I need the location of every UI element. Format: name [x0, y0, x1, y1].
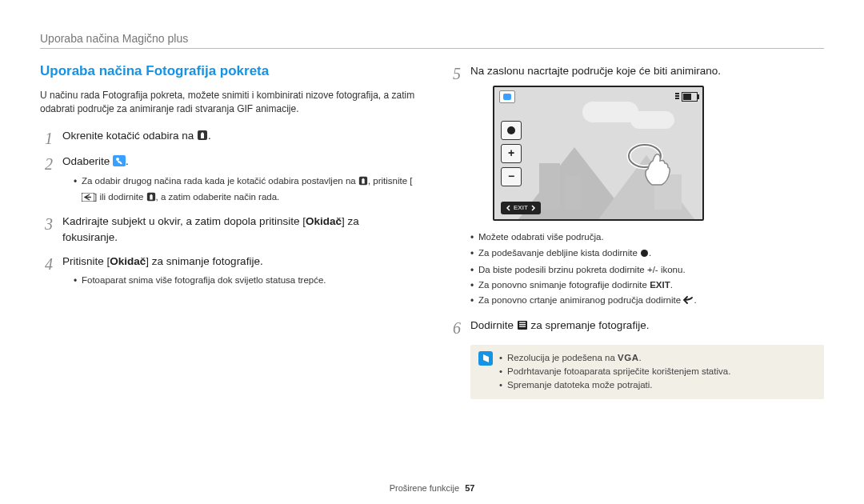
mode-dial-icon-small [358, 176, 368, 190]
building-shape [565, 176, 581, 210]
section-title: Uporaba načina Fotografija pokreta [40, 63, 416, 79]
tip-3: Spremanje datoteka može potrajati. [499, 378, 730, 392]
exit-label: EXIT [514, 203, 528, 213]
svg-point-3 [116, 158, 119, 161]
step-4-sub: Fotoaparat snima više fotografija dok sv… [74, 274, 416, 287]
screen-topbar [499, 90, 698, 103]
svg-rect-14 [519, 324, 526, 325]
shutter-bold-2: Okidač [110, 255, 146, 267]
tip-1: Rezolucija je podešena na VGA. [499, 351, 730, 365]
step-1-suffix: . [208, 130, 211, 142]
plus-button[interactable]: + [501, 144, 522, 163]
step-1: Okrenite kotačić odabira na . [40, 128, 416, 146]
svg-rect-15 [519, 326, 526, 326]
header-rule [40, 48, 824, 49]
columns: Uporaba načina Fotografija pokreta U nač… [40, 63, 824, 399]
step-6: Dodirnite za spremanje fotografije. [448, 318, 824, 335]
step-2-sublist: Za odabir drugog načina rada kada je kot… [62, 173, 416, 206]
vga-bold: VGA [618, 353, 638, 362]
tip-2: Podrhtavanje fotoaparata spriječite kori… [499, 365, 730, 378]
mode-dial-icon-small-2 [146, 192, 156, 206]
brush-size-controls: + − [501, 121, 522, 186]
step-3: Kadrirajte subjekt u okvir, a zatim dopo… [40, 214, 416, 246]
step-5-sub-2: Za podešavanje debljine kista dodirnite … [470, 246, 824, 262]
step-list-left: Okrenite kotačić odabira na . Odaberite … [40, 128, 416, 287]
save-icon [517, 319, 528, 335]
tip-list: Rezolucija je podešena na VGA. Podrhtava… [499, 351, 730, 393]
footer-section: Proširene funkcije [390, 483, 459, 493]
page-footer: Proširene funkcije 57 [0, 483, 864, 493]
brush-dot-icon [640, 248, 649, 262]
step-4: Pritisnite [Okidač] za snimanje fotograf… [40, 254, 416, 287]
svg-point-11 [641, 250, 648, 257]
camera-screen-illustration: + − EXIT [493, 86, 704, 221]
step-5-sub-1: Možete odabrati više područja. [470, 230, 824, 244]
step-5-sub-4: Za ponovno snimanje fotografije dodirnit… [470, 278, 824, 292]
info-badge-icon [478, 351, 493, 366]
minus-button[interactable]: − [501, 167, 522, 186]
exit-bold: EXIT [650, 280, 670, 290]
cloud-icon [630, 111, 674, 129]
footer-page-number: 57 [465, 483, 474, 493]
shutter-bold-1: Okidač [306, 215, 342, 227]
step-5-sub-3: Da biste podesili brzinu pokreta dodirni… [470, 263, 824, 277]
back-key-icon [82, 192, 94, 206]
undo-arrow-icon [683, 295, 694, 309]
brush-dot-button[interactable] [501, 121, 522, 140]
svg-rect-13 [519, 322, 526, 322]
battery-status-icon [675, 92, 698, 102]
step-5: Na zaslonu nacrtajte područje koje će bi… [448, 63, 824, 310]
step-2-text: Odaberite [62, 155, 110, 167]
motion-photo-icon [113, 155, 126, 171]
manual-page: Uporaba načina Magično plus Uporaba nači… [0, 0, 864, 504]
step-4-sublist: Fotoaparat snima više fotografija dok sv… [62, 272, 416, 287]
building-shape [539, 163, 560, 210]
step-2-sub-a: Za odabir drugog načina rada kada je kot… [74, 174, 416, 206]
exit-button[interactable]: EXIT [501, 202, 541, 214]
step-2-suffix: . [126, 155, 129, 167]
step-5-sublist: Možete odabrati više područja. Za podeša… [470, 229, 824, 309]
step-2: Odaberite . Za odabir drugog načina rada… [40, 154, 416, 206]
tip-box: Rezolucija je podešena na VGA. Podrhtava… [470, 345, 824, 399]
right-column: Na zaslonu nacrtajte područje koje će bi… [448, 63, 824, 399]
person-chip-icon [499, 90, 515, 103]
step-5-sub-5: Za ponovno crtanje animiranog područja d… [470, 294, 824, 309]
svg-rect-2 [113, 155, 126, 166]
mode-dial-icon [197, 130, 208, 146]
intro-paragraph: U načinu rada Fotografija pokreta, možet… [40, 89, 416, 117]
step-list-right: Na zaslonu nacrtajte područje koje će bi… [448, 63, 824, 335]
touch-hand-icon [626, 143, 674, 191]
left-column: Uporaba načina Fotografija pokreta U nač… [40, 63, 416, 399]
step-1-text: Okrenite kotačić odabira na [62, 130, 194, 142]
header-title: Uporaba načina Magično plus [40, 32, 824, 45]
